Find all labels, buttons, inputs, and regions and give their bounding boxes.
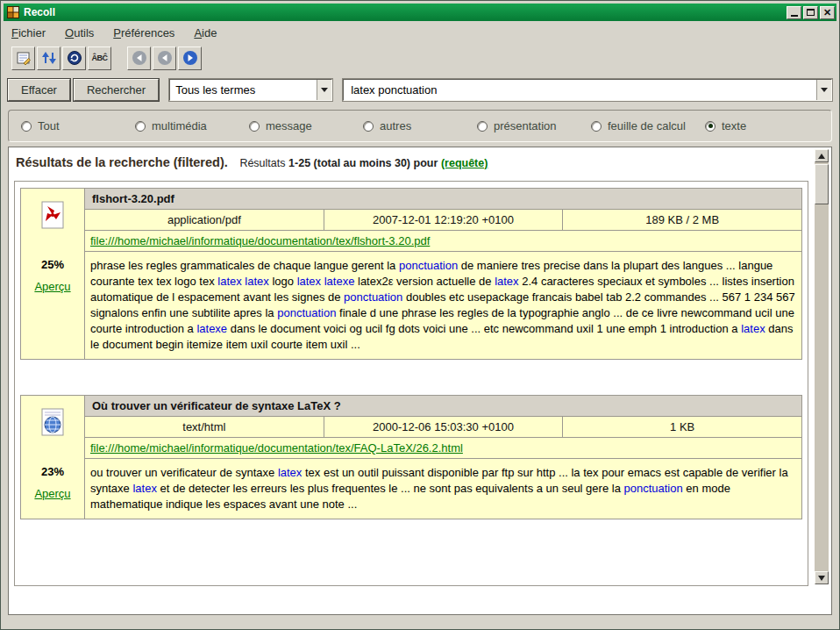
filter-label: texte	[722, 119, 746, 132]
prev-page-icon	[157, 50, 173, 66]
clear-search-button[interactable]	[11, 47, 35, 70]
arrow-down-icon	[818, 576, 825, 581]
result-item: 23% Aperçu Où trouver un vérificateur de…	[20, 395, 802, 519]
result-title[interactable]: flshort-3.20.pdf	[85, 189, 801, 210]
filter-label: autres	[380, 119, 411, 132]
result-date: 2000-12-06 15:03:30 +0100	[324, 417, 563, 437]
filter-label: présentation	[494, 119, 557, 132]
radio-icon[interactable]	[477, 121, 488, 132]
result-snippet: phrase les regles grammaticales de chaqu…	[85, 252, 801, 359]
menu-preferences[interactable]: Préférences	[113, 26, 174, 39]
prev-page-button[interactable]	[153, 47, 176, 70]
radio-icon[interactable]	[591, 121, 602, 132]
preview-link[interactable]: Aperçu	[34, 487, 70, 500]
spellcheck-abc-icon: ÂBĈ	[92, 54, 108, 62]
app-icon	[7, 6, 19, 18]
pdf-icon[interactable]	[39, 201, 66, 233]
result-main: flshort-3.20.pdf application/pdf 2007-12…	[85, 189, 801, 359]
result-url-link[interactable]: file:///home/michael/informatique/docume…	[90, 441, 463, 455]
arrow-up-icon	[818, 154, 825, 159]
menu-outils[interactable]: Outils	[65, 26, 94, 39]
filter-option[interactable]: message	[249, 119, 363, 132]
search-button[interactable]: Rechercher	[74, 79, 159, 101]
chevron-down-icon[interactable]	[317, 80, 331, 100]
filter-option[interactable]: présentation	[477, 119, 591, 132]
results-count-prefix: Résultats	[239, 157, 285, 169]
next-page-button[interactable]	[178, 47, 202, 70]
result-mime: application/pdf	[85, 210, 324, 230]
filter-option[interactable]: autres	[363, 119, 477, 132]
result-list: 25% Aperçu flshort-3.20.pdf application/…	[14, 181, 808, 586]
menu-fichier[interactable]: Fichier	[11, 26, 46, 39]
query-details-link[interactable]: (requête)	[441, 157, 488, 169]
close-icon: ✕	[823, 8, 831, 18]
menubar: Fichier Outils Préférences Aide	[4, 23, 836, 42]
search-input[interactable]	[349, 83, 816, 97]
sort-arrows-icon	[41, 50, 57, 66]
close-button[interactable]: ✕	[820, 6, 835, 19]
result-title[interactable]: Où trouver un vérificateur de syntaxe La…	[85, 396, 801, 417]
filter-label: Tout	[38, 119, 60, 132]
minimize-icon	[791, 15, 798, 17]
results-header: Résultats de la recherche (filtered). Ré…	[9, 147, 831, 171]
menu-aide[interactable]: Aide	[194, 26, 217, 39]
filter-option[interactable]: texte	[705, 119, 819, 132]
result-snippet: ou trouver un verificateur de syntaxe la…	[85, 459, 801, 519]
maximize-button[interactable]	[803, 6, 818, 19]
result-url-link[interactable]: file:///home/michael/informatique/docume…	[90, 234, 430, 247]
next-page-icon	[182, 50, 198, 66]
results-count: 1-25 (total au moins 30) pour	[288, 157, 438, 169]
sort-button[interactable]	[37, 47, 61, 70]
toolbar: ÂBĈ	[4, 43, 836, 73]
titlebar[interactable]: Recoll ✕	[4, 4, 836, 21]
filter-panel: Tout multimédia message autres présentat…	[8, 110, 832, 142]
results-title: Résultats de la recherche (filtered).	[16, 155, 228, 169]
scroll-up-button[interactable]	[815, 149, 829, 162]
first-page-button[interactable]	[127, 47, 151, 70]
result-url-row: file:///home/michael/informatique/docume…	[85, 438, 801, 459]
search-mode-value: Tous les termes	[175, 83, 255, 97]
query-chevron-down-icon[interactable]	[816, 80, 831, 100]
radio-icon[interactable]	[21, 121, 32, 132]
clear-search-icon	[16, 50, 32, 66]
history-icon	[67, 50, 82, 66]
result-size: 1 KB	[562, 417, 801, 437]
result-meta-row: text/html 2000-12-06 15:03:30 +0100 1 KB	[85, 417, 801, 438]
spellcheck-button[interactable]: ÂBĈ	[88, 47, 111, 70]
search-row: Effacer Rechercher Tous les termes	[8, 78, 832, 101]
radio-icon[interactable]	[363, 121, 374, 132]
results-panel: Résultats de la recherche (filtered). Ré…	[8, 147, 832, 615]
query-combo[interactable]	[343, 79, 832, 101]
result-item: 25% Aperçu flshort-3.20.pdf application/…	[20, 188, 802, 360]
maximize-icon	[807, 9, 815, 16]
radio-icon[interactable]	[705, 121, 715, 132]
filter-label: multimédia	[152, 119, 207, 132]
recoll-window: Recoll ✕ Fichier Outils Préférences Aide	[0, 0, 840, 630]
filter-label: message	[266, 119, 312, 132]
result-size: 189 KB / 2 MB	[562, 210, 801, 230]
first-page-icon	[132, 50, 147, 66]
filter-option[interactable]: feuille de calcul	[591, 119, 705, 132]
history-button[interactable]	[62, 47, 86, 70]
html-icon[interactable]	[39, 408, 66, 440]
clear-button[interactable]: Effacer	[8, 79, 70, 101]
search-mode-select[interactable]: Tous les termes	[169, 79, 332, 101]
result-meta-row: application/pdf 2007-12-01 12:19:20 +010…	[85, 210, 801, 231]
result-url-row: file:///home/michael/informatique/docume…	[85, 231, 801, 252]
minimize-button[interactable]	[787, 6, 801, 19]
filter-label: feuille de calcul	[608, 119, 686, 132]
result-date: 2007-12-01 12:19:20 +0100	[324, 210, 563, 230]
filter-option[interactable]: multimédia	[135, 119, 249, 132]
relevance-percent: 23%	[41, 465, 64, 478]
scrollbar-thumb[interactable]	[815, 164, 829, 204]
radio-icon[interactable]	[249, 121, 260, 132]
result-side-panel: 23% Aperçu	[21, 396, 85, 519]
window-title: Recoll	[24, 6, 785, 18]
scroll-down-button[interactable]	[815, 571, 829, 584]
radio-icon[interactable]	[135, 121, 146, 132]
results-scrollbar[interactable]	[815, 149, 829, 584]
preview-link[interactable]: Aperçu	[34, 280, 70, 293]
filter-option[interactable]: Tout	[21, 119, 135, 132]
result-main: Où trouver un vérificateur de syntaxe La…	[85, 396, 801, 519]
result-mime: text/html	[85, 417, 324, 437]
